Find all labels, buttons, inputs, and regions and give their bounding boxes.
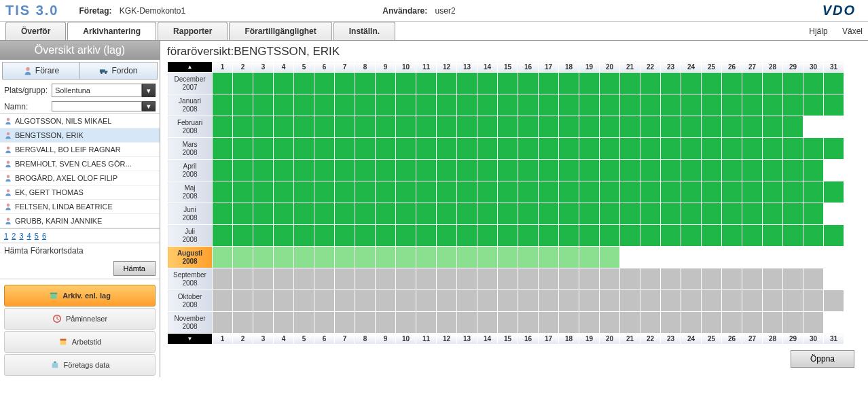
- calendar-cell[interactable]: [559, 138, 579, 160]
- calendar-cell[interactable]: [722, 73, 742, 94]
- calendar-cell[interactable]: [233, 290, 253, 312]
- calendar-cell[interactable]: [783, 225, 803, 247]
- calendar-cell[interactable]: [559, 312, 579, 334]
- calendar-cell[interactable]: [416, 138, 437, 160]
- calendar-cell[interactable]: [824, 116, 844, 138]
- calendar-cell[interactable]: [355, 181, 376, 203]
- calendar-cell[interactable]: [518, 225, 539, 247]
- calendar-cell[interactable]: [437, 225, 457, 247]
- calendar-cell[interactable]: [742, 116, 763, 138]
- calendar-cell[interactable]: [233, 312, 253, 334]
- calendar-cell[interactable]: [355, 160, 376, 181]
- calendar-cell[interactable]: [742, 247, 763, 268]
- side-nav-item[interactable]: Påminnelser: [4, 308, 156, 330]
- calendar-cell[interactable]: [824, 225, 844, 247]
- calendar-cell[interactable]: [477, 94, 498, 116]
- calendar-cell[interactable]: [437, 203, 457, 225]
- calendar-cell[interactable]: [783, 181, 803, 203]
- calendar-cell[interactable]: [376, 225, 396, 247]
- calendar-cell[interactable]: [620, 116, 640, 138]
- calendar-cell[interactable]: [355, 268, 376, 290]
- calendar-cell[interactable]: [579, 312, 600, 334]
- calendar-cell[interactable]: [294, 94, 314, 116]
- calendar-cell[interactable]: [335, 94, 355, 116]
- month-header[interactable]: Februari2008: [168, 116, 213, 138]
- calendar-cell[interactable]: [681, 203, 702, 225]
- calendar-cell[interactable]: [274, 73, 294, 94]
- calendar-cell[interactable]: [213, 247, 233, 268]
- month-header[interactable]: Januari2008: [168, 94, 213, 116]
- calendar-cell[interactable]: [457, 247, 477, 268]
- calendar-cell[interactable]: [824, 312, 844, 334]
- calendar-cell[interactable]: [396, 225, 416, 247]
- calendar-cell[interactable]: [518, 203, 539, 225]
- calendar-cell[interactable]: [457, 160, 477, 181]
- calendar-cell[interactable]: [722, 225, 742, 247]
- calendar-cell[interactable]: [213, 312, 233, 334]
- calendar-cell[interactable]: [213, 73, 233, 94]
- calendar-cell[interactable]: [681, 94, 702, 116]
- calendar-cell[interactable]: [824, 203, 844, 225]
- calendar-cell[interactable]: [600, 73, 620, 94]
- calendar-cell[interactable]: [518, 73, 539, 94]
- calendar-cell[interactable]: [620, 181, 640, 203]
- calendar-cell[interactable]: [498, 94, 518, 116]
- calendar-cell[interactable]: [742, 268, 763, 290]
- calendar-cell[interactable]: [457, 116, 477, 138]
- calendar-cell[interactable]: [498, 116, 518, 138]
- month-header[interactable]: Maj2008: [168, 181, 213, 203]
- calendar-cell[interactable]: [640, 138, 661, 160]
- calendar-cell[interactable]: [253, 290, 274, 312]
- month-header[interactable]: Mars2008: [168, 138, 213, 160]
- calendar-cell[interactable]: [600, 203, 620, 225]
- calendar-cell[interactable]: [722, 116, 742, 138]
- calendar-cell[interactable]: [640, 160, 661, 181]
- calendar-cell[interactable]: [376, 94, 396, 116]
- side-nav-item[interactable]: Företags data: [4, 354, 156, 376]
- calendar-cell[interactable]: [600, 225, 620, 247]
- driver-item[interactable]: BREMHOLT, SVEN CLAES GÖR...: [0, 157, 160, 171]
- calendar-cell[interactable]: [253, 312, 274, 334]
- calendar-cell[interactable]: [355, 312, 376, 334]
- calendar-cell[interactable]: [274, 225, 294, 247]
- calendar-cell[interactable]: [661, 94, 681, 116]
- calendar-cell[interactable]: [253, 160, 274, 181]
- calendar-cell[interactable]: [396, 181, 416, 203]
- calendar-cell[interactable]: [763, 290, 783, 312]
- calendar-cell[interactable]: [213, 268, 233, 290]
- calendar-cell[interactable]: [763, 138, 783, 160]
- calendar-cell[interactable]: [233, 268, 253, 290]
- calendar-cell[interactable]: [600, 94, 620, 116]
- calendar-cell[interactable]: [233, 116, 253, 138]
- calendar-cell[interactable]: [803, 73, 824, 94]
- calendar-cell[interactable]: [396, 268, 416, 290]
- tab-arkivhantering[interactable]: Arkivhantering: [67, 22, 156, 40]
- calendar-cell[interactable]: [294, 160, 314, 181]
- calendar-cell[interactable]: [477, 73, 498, 94]
- calendar-cell[interactable]: [661, 138, 681, 160]
- calendar-cell[interactable]: [457, 138, 477, 160]
- calendar-cell[interactable]: [335, 312, 355, 334]
- calendar-cell[interactable]: [213, 138, 233, 160]
- calendar-cell[interactable]: [539, 225, 559, 247]
- calendar-cell[interactable]: [457, 73, 477, 94]
- calendar-cell[interactable]: [376, 312, 396, 334]
- calendar-cell[interactable]: [437, 94, 457, 116]
- calendar-cell[interactable]: [803, 225, 824, 247]
- calendar-cell[interactable]: [620, 73, 640, 94]
- calendar-cell[interactable]: [620, 94, 640, 116]
- calendar-cell[interactable]: [783, 160, 803, 181]
- calendar-cell[interactable]: [763, 312, 783, 334]
- calendar-cell[interactable]: [477, 116, 498, 138]
- place-dropdown[interactable]: Sollentuna: [52, 84, 142, 97]
- calendar-cell[interactable]: [233, 225, 253, 247]
- calendar-cell[interactable]: [763, 268, 783, 290]
- calendar-cell[interactable]: [477, 181, 498, 203]
- pager-link[interactable]: 1: [4, 232, 8, 240]
- calendar-cell[interactable]: [763, 116, 783, 138]
- calendar-cell[interactable]: [702, 247, 722, 268]
- calendar-cell[interactable]: [681, 247, 702, 268]
- month-header[interactable]: November2008: [168, 312, 213, 334]
- calendar-cell[interactable]: [437, 181, 457, 203]
- calendar-cell[interactable]: [824, 73, 844, 94]
